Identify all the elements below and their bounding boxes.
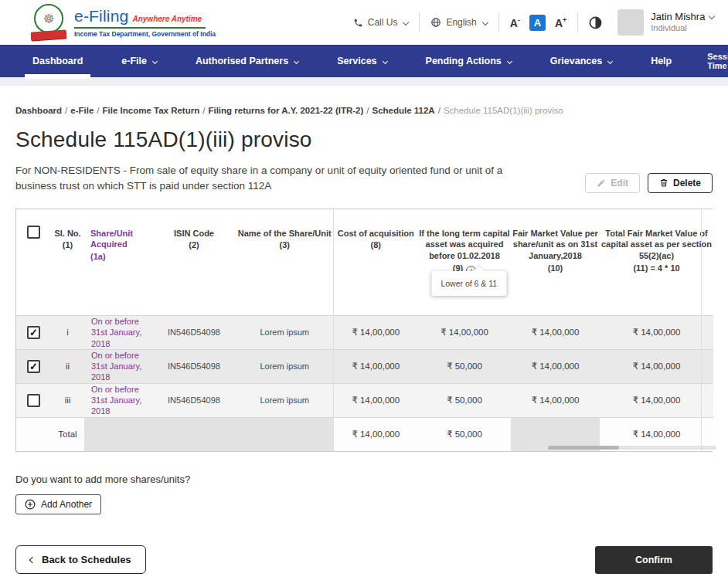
add-another-button[interactable]: Add Another [15,494,101,514]
edit-delete-actions: Edit Delete [585,173,713,195]
breadcrumb-separator: / [202,106,205,115]
nav-item-pending-actions[interactable]: Pending Actions [423,45,515,77]
main-navbar: Dashboard e-File Authorised Partners Ser… [0,45,728,77]
language-label: English [446,17,476,28]
col-header-isin-code: ISIN Code(2) [151,209,236,316]
total-acquired-before: ₹ 50,000 [418,417,511,451]
cell-acquired-before: ₹ 50,000 [418,383,511,417]
breadcrumb-file-itr[interactable]: File Income Tax Return [103,106,200,115]
cell-total-fmv: ₹ 14,00,000 [600,383,713,417]
breadcrumb-separator: / [438,106,441,115]
language-dropdown[interactable]: English [430,17,487,28]
breadcrumb-schedule-112a[interactable]: Schedule 112A [373,106,435,115]
nav-item-help[interactable]: Help [648,45,675,77]
call-us-dropdown[interactable]: Call Us [353,17,409,28]
cell-acquired-before: ₹ 50,000 [418,349,511,383]
cell-fmv: ₹ 14,00,000 [511,349,600,383]
nav-item-efile[interactable]: e-File [118,45,160,77]
font-normal-button[interactable]: A [529,15,546,31]
schedule-table-container: Sl. No.(1) Share/Unit Acquired(1a) ISIN … [15,209,713,453]
col-header-sl-no: Sl. No.(1) [51,209,84,316]
page-subtitle: For NON-RESIDENTS - From sale of equity … [15,163,510,195]
cell-cost: ₹ 14,00,000 [333,383,418,417]
breadcrumb-dashboard[interactable]: Dashboard [15,106,62,115]
breadcrumb-filing-returns[interactable]: Filing returns for A.Y. 2021-22 (ITR-2) [208,106,363,115]
user-menu[interactable]: Jatin Mishra Individual [617,9,714,36]
cell-fmv: ₹ 14,00,000 [511,316,600,350]
nav-item-dashboard[interactable]: Dashboard [29,45,86,77]
horizontal-scrollbar-thumb[interactable] [548,446,619,450]
cell-cost: ₹ 14,00,000 [333,316,418,350]
chevron-down-icon [383,58,388,63]
row-checkbox[interactable]: ✓ [27,360,40,373]
confirm-button[interactable]: Confirm [595,546,713,574]
table-row: iii On or before 31st January, 2018 IN54… [16,383,713,417]
total-empty-cell [16,417,51,451]
divider [419,12,420,32]
font-increase-button[interactable]: A+ [555,16,566,29]
col-header-total-fmv: Total Fair Market Value of capital asset… [600,209,713,316]
breadcrumb-efile[interactable]: e-File [70,106,94,115]
delete-button[interactable]: Delete [648,173,713,193]
breadcrumb: Dashboard / e-File / File Income Tax Ret… [15,106,713,115]
nav-item-authorised-partners[interactable]: Authorised Partners [192,45,301,77]
total-label: Total [51,417,84,451]
income-tax-emblem-icon: ☸ [31,4,66,41]
avatar [617,9,644,36]
delete-button-label: Delete [673,178,701,188]
app-root: ☸ e-Filing Anywhere Anytime Income Tax D… [0,0,728,577]
cell-fmv: ₹ 14,00,000 [511,383,600,417]
plus-circle-icon [25,499,36,510]
user-name: Jatin Mishra [651,11,714,23]
chevron-left-icon [29,556,36,562]
col-header-fair-market-value: Fair Market Value per share/unit as on 3… [511,209,600,316]
cell-sl-no: i [51,316,84,350]
divider [498,12,499,32]
pencil-icon [597,178,606,188]
cell-share-name: Lorem ipsum [236,349,333,383]
chevron-down-icon [709,13,715,19]
total-gray-block [84,417,333,451]
footer-actions: Back to Schedules Confirm [15,545,713,574]
page-title: Schedule 115AD(1)(iii) proviso [15,127,713,152]
header-checkbox-cell [16,209,51,316]
row-checkbox[interactable] [27,394,40,407]
cell-sl-no: ii [51,349,84,383]
chevron-down-icon [403,19,409,25]
select-all-checkbox[interactable] [27,226,40,239]
total-cost: ₹ 14,00,000 [333,417,418,451]
cell-isin: IN546D54098 [151,349,236,383]
font-size-controls: A- A A+ [510,15,567,31]
back-to-schedules-button[interactable]: Back to Schedules [15,545,146,574]
font-decrease-button[interactable]: A- [510,16,520,29]
breadcrumb-separator: / [366,106,369,115]
chevron-down-icon [482,19,488,25]
add-more-prompt: Do you want to add more shares/units? [15,473,713,485]
breadcrumb-current: Schedule 115AD(1)(iii) proviso [444,106,563,115]
chevron-down-icon [294,58,299,63]
cell-cost: ₹ 14,00,000 [333,349,418,383]
breadcrumb-separator: / [65,106,67,115]
topbar-controls: Call Us English A- A A+ Jatin Mishra [353,9,714,36]
nav-item-grievances[interactable]: Grievances [547,45,615,77]
efiling-logo[interactable]: ☸ e-Filing Anywhere Anytime Income Tax D… [31,4,216,41]
contrast-toggle-icon[interactable] [589,16,602,29]
breadcrumb-separator: / [97,106,99,115]
chevron-down-icon [152,58,158,63]
row-checkbox[interactable]: ✓ [27,326,40,339]
brand-department: Income Tax Department, Government of Ind… [74,30,216,38]
phone-icon [353,18,363,28]
brand-tagline: Anywhere Anytime [132,15,202,23]
nav-item-services[interactable]: Services [334,45,390,77]
table-row: ✓ i On or before 31st January, 2018 IN54… [16,316,713,350]
session-time-label: Session Time [707,52,728,70]
cell-sl-no: iii [51,383,84,417]
horizontal-scrollbar-track[interactable] [526,446,716,450]
call-us-label: Call Us [368,17,398,28]
edit-button: Edit [585,173,640,193]
cell-acquired: On or before 31st January, 2018 [84,316,151,350]
cell-acquired-before: ₹ 14,00,000 [418,316,511,350]
schedule-table: Sl. No.(1) Share/Unit Acquired(1a) ISIN … [16,209,713,452]
trash-icon [659,178,668,188]
session-timer: Session Time 1 4 : 5 3 [707,45,728,77]
